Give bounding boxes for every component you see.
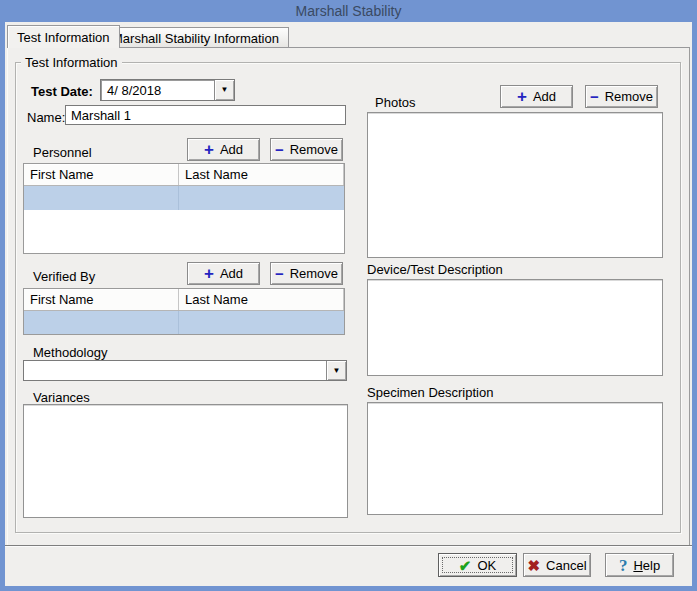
personnel-selected-row[interactable] <box>24 186 344 210</box>
test-date-value: 4/ 8/2018 <box>101 83 214 98</box>
x-icon: ✖ <box>527 558 540 573</box>
plus-icon: + <box>204 141 214 158</box>
test-date-field[interactable]: 4/ 8/2018 ▼ <box>100 79 235 101</box>
tab-marshall-stability-information-label: Marshall Stability Information <box>112 31 279 46</box>
plus-icon: + <box>517 88 527 105</box>
tab-marshall-stability-information[interactable]: Marshall Stability Information <box>102 27 289 48</box>
photos-listbox[interactable] <box>367 112 663 258</box>
chevron-down-icon: ▼ <box>333 367 341 375</box>
verified-by-table-header: First Name Last Name <box>24 289 344 311</box>
variances-label: Variances <box>33 390 90 405</box>
personnel-add-label: Add <box>220 142 243 157</box>
name-field[interactable] <box>65 105 346 125</box>
methodology-label: Methodology <box>33 345 107 360</box>
verified-by-col-last-name[interactable]: Last Name <box>179 289 344 310</box>
minus-icon: − <box>275 266 284 281</box>
test-information-group-label: Test Information <box>21 55 122 70</box>
personnel-add-button[interactable]: + Add <box>187 138 260 161</box>
verified-by-row-last-name[interactable] <box>179 311 344 334</box>
footer-separator <box>5 545 692 547</box>
personnel-table-header: First Name Last Name <box>24 164 344 186</box>
plus-icon: + <box>204 265 214 282</box>
verified-by-label: Verified By <box>33 269 95 284</box>
minus-icon: − <box>275 142 284 157</box>
variances-textarea[interactable] <box>23 404 348 518</box>
personnel-remove-label: Remove <box>290 142 338 157</box>
test-date-label: Test Date: <box>31 84 93 99</box>
personnel-row-last-name[interactable] <box>179 186 344 210</box>
specimen-description-label: Specimen Description <box>367 385 493 400</box>
ok-button[interactable]: ✔ OK <box>438 553 517 577</box>
chevron-down-icon: ▼ <box>221 86 229 94</box>
verified-by-col-first-name[interactable]: First Name <box>24 289 179 310</box>
photos-remove-button[interactable]: − Remove <box>585 85 658 108</box>
question-mark-icon: ? <box>619 557 628 574</box>
personnel-row-first-name[interactable] <box>24 186 179 210</box>
test-date-dropdown-button[interactable]: ▼ <box>214 80 234 100</box>
cancel-label: Cancel <box>546 558 586 573</box>
window-title: Marshall Stability <box>296 3 402 19</box>
window-titlebar: Marshall Stability <box>0 0 697 22</box>
device-test-description-textarea[interactable] <box>367 279 663 376</box>
tab-test-information[interactable]: Test Information <box>7 25 120 48</box>
personnel-table[interactable]: First Name Last Name <box>23 163 345 254</box>
personnel-label: Personnel <box>33 145 92 160</box>
verified-by-add-label: Add <box>220 266 243 281</box>
methodology-dropdown-button[interactable]: ▼ <box>326 361 346 380</box>
verified-by-row-first-name[interactable] <box>24 311 179 334</box>
verified-by-selected-row[interactable] <box>24 311 344 334</box>
photos-label: Photos <box>375 95 415 110</box>
help-button[interactable]: ? Help <box>605 553 674 577</box>
ok-focus-rect <box>442 557 513 573</box>
device-test-description-label: Device/Test Description <box>367 262 503 277</box>
photos-add-label: Add <box>533 89 556 104</box>
specimen-description-textarea[interactable] <box>367 402 663 515</box>
tab-test-information-label: Test Information <box>17 30 110 45</box>
verified-by-remove-label: Remove <box>290 266 338 281</box>
personnel-col-last-name[interactable]: Last Name <box>179 164 344 185</box>
marshall-stability-window: Marshall Stability Test Information Mars… <box>0 0 697 591</box>
verified-by-add-button[interactable]: + Add <box>187 262 260 285</box>
personnel-col-first-name[interactable]: First Name <box>24 164 179 185</box>
photos-add-button[interactable]: + Add <box>500 85 573 108</box>
photos-remove-label: Remove <box>605 89 653 104</box>
verified-by-remove-button[interactable]: − Remove <box>270 262 343 285</box>
cancel-button[interactable]: ✖ Cancel <box>523 553 591 577</box>
name-label: Name: <box>27 110 65 125</box>
help-label: Help <box>633 558 660 573</box>
minus-icon: − <box>590 89 599 104</box>
verified-by-table[interactable]: First Name Last Name <box>23 288 345 335</box>
personnel-remove-button[interactable]: − Remove <box>270 138 343 161</box>
methodology-combobox[interactable]: ▼ <box>23 360 347 381</box>
